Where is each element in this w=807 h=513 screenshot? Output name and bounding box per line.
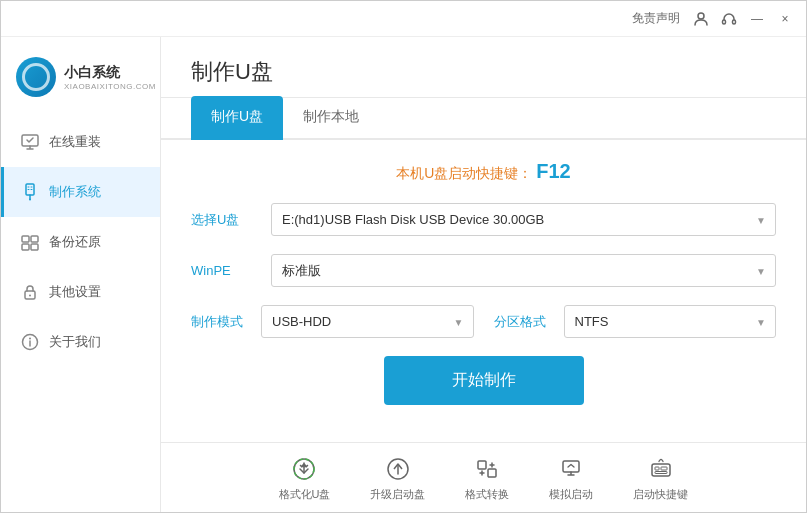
shortcut-prefix: 本机U盘启动快捷键：: [396, 165, 532, 181]
app-container: 小白系统 XIAOBAIXITONG.COM 在线重装: [1, 37, 806, 513]
format-usb-icon: [290, 455, 318, 483]
usb-select[interactable]: E:(hd1)USB Flash Disk USB Device 30.00GB: [271, 203, 776, 236]
toolbar-boot-shortcut[interactable]: 启动快捷键: [633, 455, 688, 502]
partition-select[interactable]: NTFS: [564, 305, 777, 338]
toolbar-upgrade-boot[interactable]: 升级启动盘: [370, 455, 425, 502]
page-title: 制作U盘: [191, 57, 776, 87]
sidebar-label-other-settings: 其他设置: [49, 283, 101, 301]
format-convert-icon: [473, 455, 501, 483]
sidebar-item-online-reinstall[interactable]: 在线重装: [1, 117, 160, 167]
boot-shortcut-label: 启动快捷键: [633, 487, 688, 502]
svg-point-0: [698, 13, 704, 19]
usb-control: E:(hd1)USB Flash Disk USB Device 30.00GB…: [271, 203, 776, 236]
start-button[interactable]: 开始制作: [384, 356, 584, 405]
svg-rect-22: [661, 467, 667, 470]
lock-icon: [19, 281, 41, 303]
svg-rect-1: [723, 20, 726, 24]
tab-make-local[interactable]: 制作本地: [283, 96, 379, 140]
shortcut-hint: 本机U盘启动快捷键： F12: [191, 160, 776, 183]
format-usb-label: 格式化U盘: [279, 487, 331, 502]
simulate-boot-label: 模拟启动: [549, 487, 593, 502]
close-button[interactable]: ×: [774, 8, 796, 30]
toolbar-format-usb[interactable]: 格式化U盘: [279, 455, 331, 502]
main-content: 制作U盘 制作U盘 制作本地 本机U盘启动快捷键： F12 选择U盘 E:(hd…: [161, 37, 806, 513]
mode-group: 制作模式 USB-HDD ▼: [191, 305, 474, 338]
svg-rect-23: [655, 472, 667, 474]
info-icon: [19, 331, 41, 353]
winpe-select-row: WinPE 标准版 ▼: [191, 254, 776, 287]
sidebar-item-make-system[interactable]: 制作系统: [1, 167, 160, 217]
svg-point-11: [29, 295, 31, 297]
partition-group: 分区格式 NTFS ▼: [494, 305, 777, 338]
user-icon[interactable]: [690, 8, 712, 30]
winpe-select[interactable]: 标准版: [271, 254, 776, 287]
tab-make-usb[interactable]: 制作U盘: [191, 96, 283, 140]
logo-area: 小白系统 XIAOBAIXITONG.COM: [1, 47, 160, 117]
logo-sub: XIAOBAIXITONG.COM: [64, 82, 156, 91]
sidebar-item-backup-restore[interactable]: 备份还原: [1, 217, 160, 267]
usb-icon: [19, 181, 41, 203]
simulate-boot-icon: [557, 455, 585, 483]
tab-bar: 制作U盘 制作本地: [161, 96, 806, 140]
usb-label: 选择U盘: [191, 211, 271, 229]
usb-select-row: 选择U盘 E:(hd1)USB Flash Disk USB Device 30…: [191, 203, 776, 236]
shortcut-key: F12: [536, 160, 570, 182]
mode-select[interactable]: USB-HDD: [261, 305, 474, 338]
sidebar-item-other-settings[interactable]: 其他设置: [1, 267, 160, 317]
svg-point-5: [29, 199, 31, 201]
sidebar: 小白系统 XIAOBAIXITONG.COM 在线重装: [1, 37, 161, 513]
sidebar-label-make-system: 制作系统: [49, 183, 101, 201]
logo-icon: [16, 57, 56, 97]
upgrade-boot-icon: [384, 455, 412, 483]
toolbar-format-convert[interactable]: 格式转换: [465, 455, 509, 502]
bottom-toolbar: 格式化U盘 升级启动盘: [161, 442, 806, 513]
disclaimer-link[interactable]: 免责声明: [632, 10, 680, 27]
svg-rect-9: [31, 244, 38, 250]
svg-rect-21: [655, 467, 659, 470]
svg-rect-7: [31, 236, 38, 242]
minimize-button[interactable]: —: [746, 8, 768, 30]
svg-rect-2: [733, 20, 736, 24]
svg-rect-18: [488, 469, 496, 477]
boot-shortcut-icon: [647, 455, 675, 483]
page-header: 制作U盘: [161, 37, 806, 98]
winpe-label: WinPE: [191, 263, 271, 278]
logo-name: 小白系统: [64, 64, 156, 82]
mode-label: 制作模式: [191, 313, 261, 331]
mode-control: USB-HDD ▼: [261, 305, 474, 338]
sidebar-label-backup-restore: 备份还原: [49, 233, 101, 251]
upgrade-boot-label: 升级启动盘: [370, 487, 425, 502]
content-area: 本机U盘启动快捷键： F12 选择U盘 E:(hd1)USB Flash Dis…: [161, 140, 806, 442]
svg-rect-4: [26, 184, 34, 195]
partition-label: 分区格式: [494, 313, 564, 331]
backup-icon: [19, 231, 41, 253]
mode-partition-row: 制作模式 USB-HDD ▼ 分区格式 NTFS ▼: [191, 305, 776, 338]
format-convert-label: 格式转换: [465, 487, 509, 502]
monitor-icon: [19, 131, 41, 153]
partition-control: NTFS ▼: [564, 305, 777, 338]
sidebar-item-about-us[interactable]: 关于我们: [1, 317, 160, 367]
svg-point-13: [29, 338, 31, 340]
sidebar-label-online-reinstall: 在线重装: [49, 133, 101, 151]
titlebar-icons: — ×: [690, 8, 796, 30]
winpe-control: 标准版 ▼: [271, 254, 776, 287]
titlebar: 免责声明 — ×: [1, 1, 806, 37]
svg-rect-17: [478, 461, 486, 469]
svg-rect-6: [22, 236, 29, 242]
sidebar-label-about-us: 关于我们: [49, 333, 101, 351]
headset-icon[interactable]: [718, 8, 740, 30]
svg-rect-19: [563, 461, 579, 472]
svg-rect-8: [22, 244, 29, 250]
toolbar-simulate-boot[interactable]: 模拟启动: [549, 455, 593, 502]
